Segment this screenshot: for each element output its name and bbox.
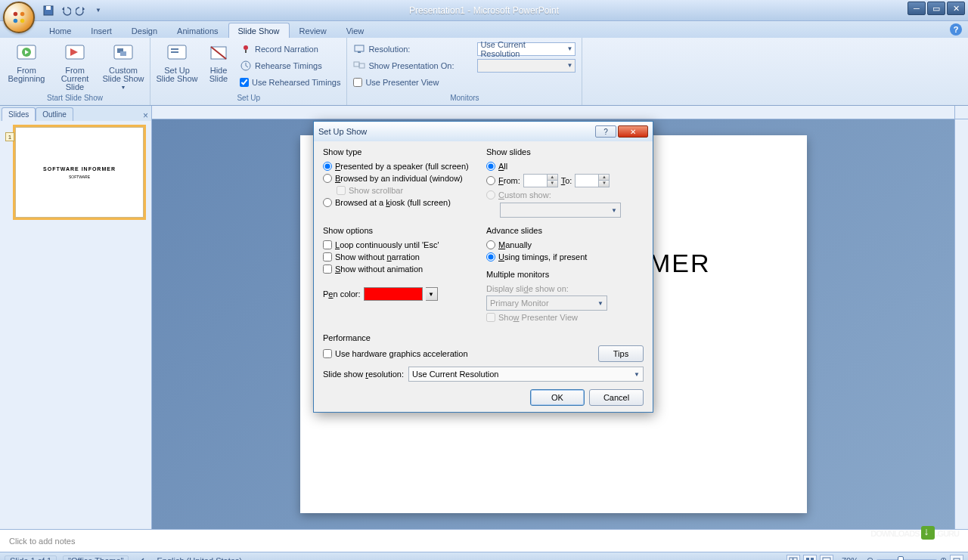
svg-point-2 — [14, 19, 18, 23]
show-presentation-on-row: Show Presentation On: ▼ — [352, 57, 577, 73]
custom-slide-show-button[interactable]: Custom Slide Show ▼ — [100, 39, 147, 93]
play-from-current-icon — [63, 41, 87, 65]
window-controls: ─ ▭ ✕ — [908, 2, 965, 15]
show-options-group: Show options Loop continuously until 'Es… — [323, 226, 476, 323]
use-presenter-view-row[interactable]: Use Presenter View — [352, 74, 577, 90]
spellcheck-icon[interactable] — [135, 555, 145, 561]
checkbox-no-animation[interactable]: Show without animation — [323, 264, 476, 274]
use-rehearsed-check[interactable] — [240, 78, 249, 87]
custom-show-dropdown: ▼ — [500, 203, 621, 218]
dialog-close-button[interactable]: ✕ — [618, 125, 648, 138]
fit-to-window-button[interactable] — [950, 555, 963, 561]
ribbon-tabs: Home Insert Design Animations Slide Show… — [0, 21, 968, 38]
radio-all-slides[interactable]: All — [486, 161, 639, 172]
from-beginning-button[interactable]: From Beginning — [3, 39, 50, 85]
ribbon: From Beginning From Current Slide Custom… — [0, 38, 968, 106]
svg-rect-14 — [171, 51, 178, 53]
qat-customize-icon[interactable]: ▼ — [92, 5, 104, 17]
cancel-button[interactable]: Cancel — [589, 389, 644, 406]
play-from-start-icon — [14, 41, 39, 65]
svg-rect-26 — [806, 558, 809, 560]
dialog-title-bar[interactable]: Set Up Show ? ✕ — [314, 122, 653, 141]
radio-custom-show: Custom show: — [486, 190, 639, 200]
quick-access-toolbar: ▼ — [42, 5, 104, 17]
office-logo-icon — [11, 9, 27, 26]
group-label-start: Start Slide Show — [3, 93, 147, 104]
zoom-out-button[interactable]: ⊖ — [867, 555, 873, 560]
record-narration-button[interactable]: Record Narration — [238, 41, 342, 57]
resolution-row: Resolution: Use Current Resolution▼ — [352, 41, 577, 57]
from-spinner[interactable]: ▲▼ — [523, 174, 558, 187]
rehearse-timings-button[interactable]: Rehearse Timings — [238, 57, 342, 73]
pen-color-row: Pen color: ▼ — [323, 286, 476, 302]
monitor-icon — [353, 43, 365, 55]
setup-show-dialog: Set Up Show ? ✕ Show type Presented by a… — [313, 121, 653, 413]
tab-insert[interactable]: Insert — [81, 23, 122, 38]
svg-rect-27 — [811, 558, 814, 560]
setup-slide-show-button[interactable]: Set Up Slide Show — [154, 39, 200, 85]
radio-browsed-individual[interactable]: Browsed by an individual (window) — [323, 173, 476, 184]
tips-button[interactable]: Tips — [598, 345, 644, 362]
from-current-button[interactable]: From Current Slide — [51, 39, 98, 93]
office-button[interactable] — [3, 2, 35, 33]
ok-button[interactable]: OK — [530, 389, 585, 406]
radio-presented-speaker[interactable]: Presented by a speaker (full screen) — [323, 161, 476, 172]
svg-point-1 — [20, 12, 25, 17]
notes-pane[interactable]: Click to add notes — [0, 529, 968, 552]
hide-slide-button[interactable]: Hide Slide — [202, 39, 235, 85]
close-button[interactable]: ✕ — [947, 2, 965, 15]
svg-rect-30 — [823, 558, 830, 561]
undo-icon[interactable] — [59, 5, 71, 17]
redo-icon[interactable] — [76, 5, 88, 17]
sidebar-tab-outline[interactable]: Outline — [36, 107, 73, 121]
tab-home[interactable]: Home — [39, 23, 81, 38]
sorter-view-button[interactable] — [803, 555, 817, 561]
radio-manually[interactable]: Manually — [486, 240, 639, 250]
status-zoom[interactable]: 70% — [836, 555, 864, 561]
dialog-help-button[interactable]: ? — [595, 125, 616, 138]
checkbox-hardware-accel[interactable]: Use hardware graphics acceleration — [323, 348, 591, 359]
tab-review[interactable]: Review — [290, 23, 337, 38]
zoom-in-button[interactable]: ⊕ — [940, 555, 947, 560]
tab-view[interactable]: View — [337, 23, 374, 38]
presenter-view-check[interactable] — [353, 78, 362, 87]
pen-color-dropdown[interactable]: ▼ — [426, 287, 438, 301]
normal-view-button[interactable] — [786, 555, 800, 561]
tab-slide-show[interactable]: Slide Show — [228, 23, 290, 38]
svg-rect-13 — [171, 48, 178, 50]
tab-design[interactable]: Design — [122, 23, 167, 38]
checkbox-loop[interactable]: Loop continuously until 'Esc' — [323, 240, 476, 250]
slideshow-view-button[interactable] — [820, 555, 833, 561]
ruler-vertical — [954, 119, 968, 529]
radio-browsed-kiosk[interactable]: Browsed at a kiosk (full screen) — [323, 197, 476, 208]
microphone-icon — [240, 43, 252, 55]
sidebar-close-icon[interactable]: × — [143, 110, 148, 121]
ruler-horizontal — [152, 106, 954, 119]
ribbon-group-monitors: Resolution: Use Current Resolution▼ Show… — [347, 38, 582, 105]
pen-color-swatch[interactable] — [364, 287, 423, 301]
svg-rect-20 — [355, 45, 364, 51]
resolution-dropdown[interactable]: Use Current Resolution▼ — [477, 42, 576, 56]
svg-rect-23 — [359, 63, 365, 68]
ribbon-group-setup: Set Up Slide Show Hide Slide Record Narr… — [150, 38, 347, 105]
checkbox-show-scrollbar: Show scrollbar — [337, 185, 476, 196]
radio-using-timings[interactable]: Using timings, if present — [486, 252, 639, 262]
show-type-group: Show type Presented by a speaker (full s… — [323, 147, 476, 218]
help-icon[interactable]: ? — [950, 23, 962, 36]
status-slide-info: Slide 1 of 1 — [5, 555, 57, 561]
to-spinner[interactable]: ▲▼ — [575, 174, 610, 187]
use-rehearsed-checkbox[interactable]: Use Rehearsed Timings — [238, 74, 342, 90]
thumb-number: 1 — [5, 132, 14, 141]
checkbox-no-narration[interactable]: Show without narration — [323, 252, 476, 262]
window-title: Presentation1 - Microsoft PowerPoint — [409, 5, 559, 16]
minimize-button[interactable]: ─ — [908, 2, 926, 15]
group-label-setup: Set Up — [154, 93, 343, 104]
slide-thumbnail-1[interactable]: 1 SOFTWARE INFORMER SOFTWARE — [15, 127, 144, 218]
radio-from-to[interactable]: From: ▲▼ To: ▲▼ — [486, 173, 639, 188]
tab-animations[interactable]: Animations — [167, 23, 228, 38]
maximize-button[interactable]: ▭ — [927, 2, 945, 15]
status-language[interactable]: English (United States) — [151, 555, 247, 561]
sidebar-tab-slides[interactable]: Slides — [2, 107, 36, 121]
slide-show-resolution-dropdown[interactable]: Use Current Resolution▼ — [408, 367, 644, 382]
save-icon[interactable] — [42, 5, 54, 17]
